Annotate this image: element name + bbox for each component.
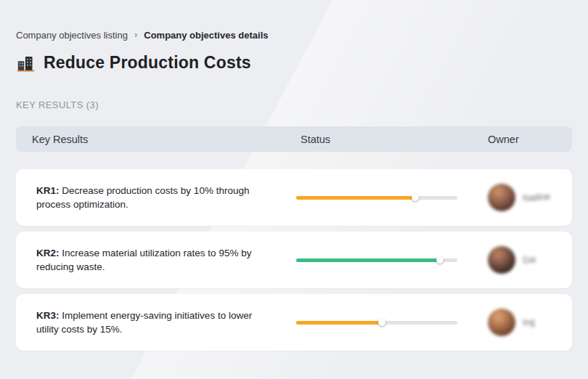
status-cell	[296, 321, 488, 325]
table-header: Key Results Status Owner	[16, 126, 572, 152]
avatar	[488, 309, 515, 336]
breadcrumb: Company objectives listing › Company obj…	[16, 0, 572, 41]
table-row-kr3[interactable]: KR3: Implement energy-saving initiatives…	[16, 294, 572, 351]
kr-label: KR1:	[36, 185, 60, 196]
status-cell	[296, 258, 488, 262]
status-cell	[296, 196, 488, 200]
kr-description: Increase material utilization rates to 9…	[36, 248, 251, 272]
progress-bar[interactable]	[296, 196, 457, 200]
breadcrumb-current-objectives-details: Company objectives details	[144, 30, 268, 41]
building-icon	[16, 53, 36, 73]
progress-knob[interactable]	[436, 256, 444, 264]
progress-fill	[296, 258, 440, 262]
progress-knob[interactable]	[412, 194, 419, 201]
progress-fill	[296, 196, 415, 200]
column-header-owner: Owner	[488, 134, 572, 145]
column-header-status: Status	[296, 134, 488, 145]
objective-details-page: Company objectives listing › Company obj…	[0, 0, 588, 351]
kr-text-cell: KR1: Decrease production costs by 10% th…	[16, 184, 296, 211]
kr-text-cell: KR3: Implement energy-saving initiatives…	[16, 309, 296, 336]
avatar	[488, 184, 515, 211]
kr-label: KR3:	[36, 310, 60, 321]
kr-description: Decrease production costs by 10% through…	[36, 185, 249, 210]
avatar	[488, 246, 515, 274]
owner-cell: Nadine	[488, 184, 572, 211]
key-results-count-label: KEY RESULTS (3)	[16, 99, 572, 110]
owner-cell: Ing	[488, 309, 572, 336]
page-title: Reduce Production Costs	[44, 53, 251, 73]
page-title-row: Reduce Production Costs	[16, 53, 572, 73]
progress-bar[interactable]	[296, 321, 457, 325]
progress-bar[interactable]	[296, 258, 457, 262]
kr-text-cell: KR2: Increase material utilization rates…	[16, 246, 296, 274]
table-row-kr1[interactable]: KR1: Decrease production costs by 10% th…	[16, 169, 572, 226]
breadcrumb-link-objectives-listing[interactable]: Company objectives listing	[16, 30, 128, 41]
column-header-key-results: Key Results	[16, 134, 296, 145]
kr-label: KR2:	[36, 248, 60, 258]
progress-fill	[296, 321, 382, 325]
owner-name: Ing	[523, 317, 536, 327]
owner-cell: Dai	[488, 246, 572, 274]
kr-description: Implement energy-saving initiatives to l…	[36, 310, 252, 335]
table-row-kr2[interactable]: KR2: Increase material utilization rates…	[16, 232, 572, 288]
owner-name: Nadine	[523, 192, 551, 204]
progress-knob[interactable]	[378, 319, 385, 326]
owner-name: Dai	[523, 254, 536, 265]
chevron-right-icon: ›	[134, 29, 137, 40]
